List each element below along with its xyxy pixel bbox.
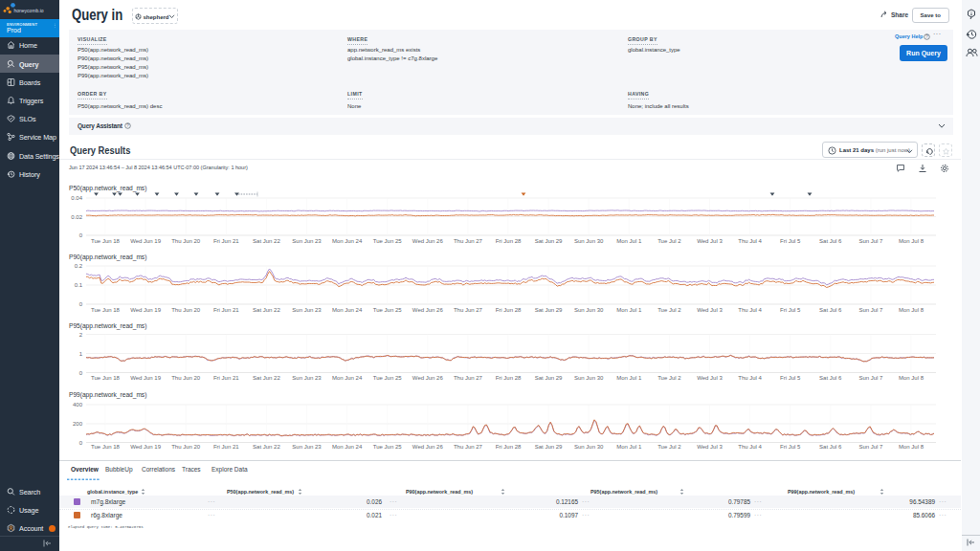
svg-text:Sat Jun 29: Sat Jun 29 [535,444,563,450]
svg-text:0.02: 0.02 [71,214,82,220]
svg-text:Wed Jun 26: Wed Jun 26 [412,307,444,313]
svg-text:?: ? [126,123,129,128]
svg-text:Tue Jun 25: Tue Jun 25 [373,444,402,450]
svg-text:Thu Jun 27: Thu Jun 27 [454,238,483,244]
svg-text:Mon Jul 1: Mon Jul 1 [616,238,642,244]
svg-text:Fri Jun 21: Fri Jun 21 [213,444,239,450]
svg-text:0: 0 [79,370,83,376]
svg-text:Tue Jul 2: Tue Jul 2 [657,444,681,450]
svg-text:Mon Jun 24: Mon Jun 24 [332,444,363,450]
svg-text:Fri Jun 21: Fri Jun 21 [213,238,239,244]
svg-text:Wed Jul 3: Wed Jul 3 [697,375,723,381]
svg-text:Thu Jul 4: Thu Jul 4 [738,375,762,381]
svg-text:Wed Jun 19: Wed Jun 19 [130,375,162,381]
svg-text:P90(app.network_read_ms): P90(app.network_read_ms) [69,253,146,261]
svg-text:Thu Jul 4: Thu Jul 4 [738,444,762,450]
svg-text:Fri Jun 28: Fri Jun 28 [496,238,522,244]
svg-text:Sun Jun 23: Sun Jun 23 [292,238,322,244]
svg-text:Mon Jun 24: Mon Jun 24 [332,238,363,244]
svg-text:Sat Jul 6: Sat Jul 6 [819,238,842,244]
svg-text:Wed Jun 26: Wed Jun 26 [412,444,444,450]
svg-text:Mon Jun 24: Mon Jun 24 [332,307,363,313]
svg-text:Sat Jul 6: Sat Jul 6 [819,307,842,313]
svg-text:Fri Jul 5: Fri Jul 5 [780,238,801,244]
svg-text:Thu Jun 20: Thu Jun 20 [171,238,201,244]
svg-text:0.2: 0.2 [75,263,83,269]
svg-text:Tue Jul 2: Tue Jul 2 [657,307,681,313]
svg-text:?: ? [925,34,928,39]
svg-text:Wed Jun 19: Wed Jun 19 [130,238,162,244]
svg-text:Tue Jun 18: Tue Jun 18 [91,238,120,244]
svg-text:0: 0 [79,440,83,446]
svg-text:Thu Jul 4: Thu Jul 4 [738,238,762,244]
svg-text:Wed Jun 26: Wed Jun 26 [412,238,444,244]
svg-text:Wed Jun 26: Wed Jun 26 [412,375,444,381]
svg-text:Thu Jun 27: Thu Jun 27 [454,444,483,450]
svg-text:Sun Jun 30: Sun Jun 30 [574,444,604,450]
svg-text:Sat Jun 22: Sat Jun 22 [253,307,280,313]
svg-text:Thu Jun 20: Thu Jun 20 [171,444,201,450]
svg-text:Fri Jun 28: Fri Jun 28 [496,444,522,450]
svg-text:Tue Jun 25: Tue Jun 25 [373,307,402,313]
svg-text:Wed Jun 19: Wed Jun 19 [130,307,162,313]
svg-text:P99(app.network_read_ms): P99(app.network_read_ms) [69,391,146,399]
svg-text:Sat Jul 6: Sat Jul 6 [819,375,842,381]
svg-text:Sat Jul 6: Sat Jul 6 [819,444,842,450]
svg-text:Thu Jun 20: Thu Jun 20 [171,375,201,381]
svg-text:Fri Jun 28: Fri Jun 28 [496,307,522,313]
svg-text:Wed Jul 3: Wed Jul 3 [697,238,723,244]
svg-text:Tue Jun 18: Tue Jun 18 [91,375,120,381]
svg-text:Fri Jul 5: Fri Jul 5 [780,307,801,313]
svg-text:Mon Jun 24: Mon Jun 24 [332,375,363,381]
svg-text:Fri Jun 28: Fri Jun 28 [496,375,522,381]
svg-text:2: 2 [79,332,83,338]
svg-text:Sat Jun 22: Sat Jun 22 [253,375,280,381]
svg-text:Thu Jul 4: Thu Jul 4 [738,307,762,313]
svg-text:Thu Jun 27: Thu Jun 27 [454,307,483,313]
svg-text:Wed Jul 3: Wed Jul 3 [697,307,723,313]
svg-text:0.1: 0.1 [75,282,83,288]
svg-text:Sun Jun 30: Sun Jun 30 [574,307,604,313]
svg-text:Thu Jun 20: Thu Jun 20 [171,307,201,313]
svg-text:Mon Jul 8: Mon Jul 8 [899,238,924,244]
svg-text:Sun Jul 7: Sun Jul 7 [858,375,883,381]
svg-text:Fri Jun 21: Fri Jun 21 [213,307,239,313]
svg-text:0: 0 [79,232,83,238]
svg-text:Sun Jun 23: Sun Jun 23 [292,307,322,313]
svg-text:Thu Jun 27: Thu Jun 27 [454,375,483,381]
svg-text:Sat Jun 22: Sat Jun 22 [253,444,280,450]
svg-text:400: 400 [73,402,83,408]
svg-text:Fri Jun 21: Fri Jun 21 [213,375,239,381]
svg-text:Mon Jul 1: Mon Jul 1 [616,444,642,450]
svg-text:Fri Jul 5: Fri Jul 5 [780,375,801,381]
svg-text:Tue Jun 25: Tue Jun 25 [373,238,402,244]
svg-text:Tue Jun 25: Tue Jun 25 [373,375,402,381]
svg-text:Sun Jun 23: Sun Jun 23 [292,375,322,381]
svg-text:Tue Jun 18: Tue Jun 18 [91,444,120,450]
svg-text:Sun Jun 23: Sun Jun 23 [292,444,322,450]
svg-text:Wed Jul 3: Wed Jul 3 [697,444,723,450]
svg-text:1: 1 [79,351,83,357]
svg-text:Tue Jul 2: Tue Jul 2 [657,238,681,244]
svg-text:Mon Jul 8: Mon Jul 8 [899,375,924,381]
svg-text:Sat Jun 22: Sat Jun 22 [253,238,280,244]
svg-text:Mon Jul 1: Mon Jul 1 [616,375,642,381]
svg-text:Sun Jun 30: Sun Jun 30 [574,375,604,381]
svg-text:0.04: 0.04 [71,195,82,201]
svg-text:200: 200 [73,421,83,427]
svg-text:Mon Jul 8: Mon Jul 8 [899,307,924,313]
svg-text:P50(app.network_read_ms): P50(app.network_read_ms) [69,185,146,192]
svg-text:Tue Jun 18: Tue Jun 18 [91,307,120,313]
svg-text:Mon Jul 1: Mon Jul 1 [616,307,642,313]
svg-text:Fri Jul 5: Fri Jul 5 [780,444,801,450]
svg-text:0: 0 [79,301,83,307]
svg-text:P95(app.network_read_ms): P95(app.network_read_ms) [69,322,146,330]
svg-text:Sat Jun 29: Sat Jun 29 [535,238,563,244]
svg-text:Sun Jul 7: Sun Jul 7 [858,444,883,450]
svg-text:Wed Jun 19: Wed Jun 19 [130,444,162,450]
svg-text:Sun Jul 7: Sun Jul 7 [858,307,883,313]
svg-text:Mon Jul 8: Mon Jul 8 [899,444,924,450]
svg-text:Sun Jun 30: Sun Jun 30 [574,238,604,244]
svg-text:Sat Jun 29: Sat Jun 29 [535,307,563,313]
svg-text:Tue Jul 2: Tue Jul 2 [657,375,681,381]
